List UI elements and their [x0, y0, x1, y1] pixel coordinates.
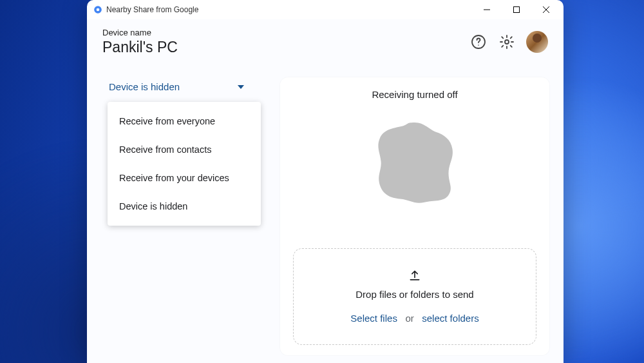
svg-point-7	[478, 44, 479, 46]
titlebar-left: Nearby Share from Google	[93, 5, 198, 14]
link-row: Select files or select folders	[350, 313, 478, 324]
status-card: Receiving turned off Drop files or folde…	[280, 77, 549, 355]
menu-item-hidden[interactable]: Device is hidden	[108, 192, 261, 221]
menu-item-your-devices[interactable]: Receive from your devices	[108, 164, 261, 192]
device-block: Device name Pankil's PC	[102, 28, 178, 56]
menu-item-contacts[interactable]: Receive from contacts	[108, 135, 261, 164]
menu-item-everyone[interactable]: Receive from everyone	[108, 107, 261, 135]
status-blob-icon	[366, 113, 463, 210]
drop-zone[interactable]: Drop files or folders to send Select fil…	[293, 248, 536, 345]
help-button[interactable]	[469, 33, 488, 51]
svg-point-8	[505, 40, 509, 44]
visibility-selected: Device is hidden	[109, 81, 180, 92]
right-column: Receiving turned off Drop files or folde…	[274, 64, 564, 363]
left-column: Device is hidden Receive from everyone R…	[87, 64, 274, 363]
svg-rect-3	[514, 7, 520, 13]
settings-button[interactable]	[498, 33, 516, 51]
titlebar: Nearby Share from Google	[87, 0, 564, 19]
header-actions	[469, 31, 548, 53]
svg-point-1	[97, 8, 100, 12]
visibility-dropdown[interactable]: Device is hidden	[102, 77, 251, 96]
status-title: Receiving turned off	[372, 89, 457, 100]
device-name: Pankil's PC	[102, 39, 178, 56]
avatar[interactable]	[526, 31, 548, 53]
select-folders-link[interactable]: select folders	[422, 313, 478, 324]
gear-icon	[499, 34, 515, 50]
content: Device is hidden Receive from everyone R…	[87, 64, 564, 363]
app-icon	[93, 5, 102, 14]
upload-icon	[408, 270, 421, 282]
chevron-down-icon	[238, 85, 244, 89]
window-controls	[472, 0, 561, 19]
maximize-button[interactable]	[502, 0, 531, 19]
close-button[interactable]	[531, 0, 561, 19]
header: Device name Pankil's PC	[87, 19, 564, 64]
device-label: Device name	[102, 28, 178, 37]
visibility-menu: Receive from everyone Receive from conta…	[108, 102, 261, 226]
minimize-button[interactable]	[472, 0, 502, 19]
help-icon	[471, 34, 486, 50]
or-text: or	[405, 313, 413, 324]
app-window: Nearby Share from Google Device name Pan…	[87, 0, 564, 363]
window-title: Nearby Share from Google	[106, 5, 198, 14]
select-files-link[interactable]: Select files	[350, 313, 397, 324]
drop-text: Drop files or folders to send	[355, 289, 473, 300]
